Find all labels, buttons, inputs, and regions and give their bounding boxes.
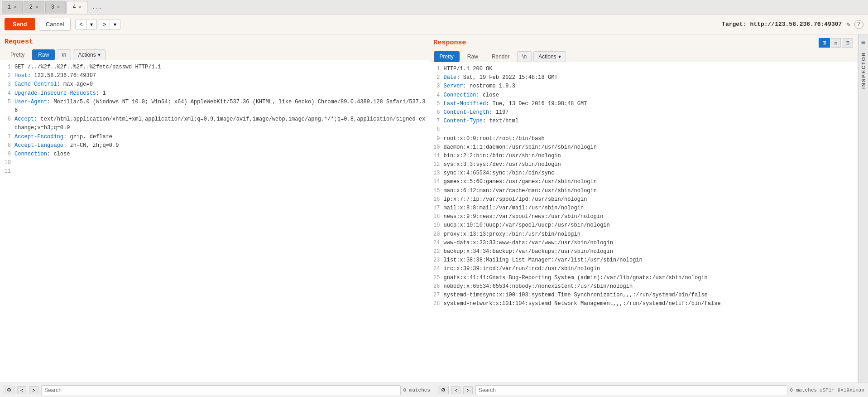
- response-line-3: 3Server: nostromo 1.9.3: [429, 82, 858, 91]
- line-number: 11: [2, 167, 14, 176]
- response-line-19: 19uucp:x:10:10:uucp:/var/spool/uucp:/usr…: [429, 221, 858, 230]
- nav-fwd-button[interactable]: >: [99, 19, 110, 30]
- tab-2-close[interactable]: ×: [35, 5, 38, 10]
- response-line-22: 22backup:x:34:34:backup:/var/backups:/us…: [429, 247, 858, 256]
- line-number: 5: [2, 98, 14, 115]
- line-number: 3: [431, 82, 444, 91]
- line-content: Upgrade-Insecure-Requests: 1: [14, 89, 427, 98]
- right-sidebar: ≡ INSPECTOR: [858, 34, 868, 382]
- response-line-11: 11bin:x:2:2:bin:/bin:/usr/sbin/nologin: [429, 152, 858, 160]
- view-btn-list[interactable]: ≡: [831, 38, 841, 48]
- request-tab-actions[interactable]: Actions ▾: [73, 49, 105, 60]
- tab-4-label: 4: [72, 4, 76, 10]
- line-content: HTTP/1.1 200 OK: [444, 65, 856, 73]
- req-nav-fwd-btn[interactable]: >: [29, 386, 38, 394]
- line-number: 7: [2, 133, 14, 141]
- response-content[interactable]: 1HTTP/1.1 200 OK2Date: Sat, 19 Feb 2022 …: [429, 62, 858, 382]
- line-number: 7: [431, 117, 444, 126]
- res-nav-back-btn[interactable]: <: [451, 386, 460, 394]
- line-number: 17: [431, 204, 444, 213]
- response-line-13: 13sync:x:4:65534:sync:/bin:/bin/sync: [429, 169, 858, 178]
- res-settings-btn[interactable]: ⚙: [438, 386, 449, 394]
- response-actions-label: Actions: [538, 53, 556, 60]
- response-title: Response: [434, 39, 466, 47]
- line-content: mail:x:8:8:mail:/var/mail:/usr/sbin/nolo…: [444, 204, 856, 213]
- line-content: nobody:x:65534:65534:nobody:/nonexistent…: [444, 282, 856, 291]
- request-search-input[interactable]: [41, 385, 401, 395]
- line-content: root:x:0:0:root:/root:/bin/bash: [444, 135, 856, 143]
- res-nav-fwd-btn[interactable]: >: [463, 386, 472, 394]
- line-number: 6: [431, 108, 444, 117]
- request-tabs: Pretty Raw \n Actions ▾: [5, 49, 424, 60]
- response-line-10: 10daemon:x:1:1:daemon:/usr/sbin:/usr/sbi…: [429, 143, 858, 152]
- request-line-10: 10: [0, 159, 429, 167]
- tab-2-label: 2: [29, 4, 33, 10]
- request-content[interactable]: 1GET /../%2f..%2f..%2f..%2fetc/passwd HT…: [0, 60, 429, 382]
- line-number: 10: [431, 143, 444, 152]
- line-content: Server: nostromo 1.9.3: [444, 82, 856, 91]
- view-btn-compact[interactable]: ⊡: [842, 38, 853, 48]
- response-header-row: Response ⊞ ≡ ⊡: [434, 38, 854, 51]
- sidebar-menu-icon[interactable]: ≡: [861, 39, 866, 47]
- tab-2[interactable]: 2 ×: [24, 1, 44, 14]
- line-number: 3: [2, 80, 14, 89]
- response-line-28: 28systemd-network:x:101:104:systemd Netw…: [429, 300, 858, 308]
- req-settings-btn[interactable]: ⚙: [4, 386, 14, 394]
- tab-1[interactable]: 1 ×: [2, 1, 23, 14]
- line-number: 14: [431, 178, 444, 186]
- actions-chevron: ▾: [98, 52, 101, 58]
- line-content: Date: Sat, 19 Feb 2022 15:48:18 GMT: [444, 73, 856, 82]
- line-number: 10: [2, 159, 14, 167]
- request-tab-pretty[interactable]: Pretty: [5, 49, 30, 60]
- request-panel: Request Pretty Raw \n Actions ▾ 1GET /..…: [0, 34, 429, 382]
- line-number: 13: [431, 169, 444, 178]
- request-matches: 0 matches: [403, 387, 430, 393]
- request-line-5: 5User-Agent: Mozilla/5.0 (Windows NT 10.…: [0, 98, 429, 115]
- response-search-input[interactable]: [475, 385, 787, 395]
- line-content: man:x:6:12:man:/var/cache/man:/usr/sbin/…: [444, 187, 856, 195]
- tab-4[interactable]: 4 ×: [67, 1, 87, 14]
- response-tab-pretty[interactable]: Pretty: [434, 51, 460, 62]
- help-icon[interactable]: ?: [854, 20, 863, 29]
- request-bottom: ⚙ < > 0 matches: [0, 383, 434, 397]
- request-tab-raw[interactable]: Raw: [32, 49, 55, 60]
- view-btn-grid[interactable]: ⊞: [819, 38, 830, 48]
- line-number: 2: [431, 73, 444, 82]
- cancel-button[interactable]: Cancel: [39, 18, 71, 31]
- view-toggle: ⊞ ≡ ⊡: [819, 38, 853, 48]
- line-number: 22: [431, 247, 444, 256]
- tab-more[interactable]: ...: [88, 2, 106, 12]
- line-number: 24: [431, 265, 444, 273]
- line-number: 2: [2, 72, 14, 80]
- tab-4-close[interactable]: ×: [79, 5, 82, 10]
- request-line-9: 9Connection: close: [0, 150, 429, 159]
- line-content: uucp:x:10:10:uucp:/var/spool/uucp:/usr/s…: [444, 221, 856, 230]
- req-nav-back-btn[interactable]: <: [17, 386, 26, 394]
- line-content: irc:x:39:39:ircd:/var/run/ircd:/usr/sbin…: [444, 265, 856, 273]
- request-tab-newline[interactable]: \n: [57, 49, 71, 60]
- line-number: 1: [431, 65, 444, 73]
- tab-3-close[interactable]: ×: [57, 5, 60, 10]
- response-line-8: 8: [429, 126, 858, 134]
- target-info: Target: http://123.58.236.76:49307: [722, 21, 842, 28]
- response-tab-render[interactable]: Render: [486, 51, 515, 62]
- line-number: 8: [2, 141, 14, 150]
- nav-back-dropdown[interactable]: ▾: [86, 19, 97, 30]
- response-line-4: 4Connection: close: [429, 91, 858, 100]
- line-content: [444, 126, 856, 134]
- response-line-20: 20proxy:x:13:13:proxy:/bin:/usr/sbin/nol…: [429, 230, 858, 239]
- line-number: 8: [431, 126, 444, 134]
- request-panel-header: Request Pretty Raw \n Actions ▾: [0, 34, 429, 60]
- nav-fwd-dropdown[interactable]: ▾: [110, 19, 120, 30]
- line-number: 4: [431, 91, 444, 100]
- nav-back-button[interactable]: <: [75, 19, 86, 30]
- edit-icon[interactable]: ✎: [846, 20, 851, 29]
- tab-1-close[interactable]: ×: [14, 5, 17, 10]
- send-button[interactable]: Send: [5, 18, 35, 30]
- response-line-18: 18news:x:9:9:news:/var/spool/news:/usr/s…: [429, 213, 858, 221]
- response-tab-newline[interactable]: \n: [517, 51, 532, 62]
- response-tab-raw[interactable]: Raw: [461, 51, 484, 62]
- response-line-6: 6Content-Length: 1197: [429, 108, 858, 117]
- tab-3[interactable]: 3 ×: [45, 1, 66, 14]
- response-tab-actions[interactable]: Actions ▾: [533, 51, 566, 62]
